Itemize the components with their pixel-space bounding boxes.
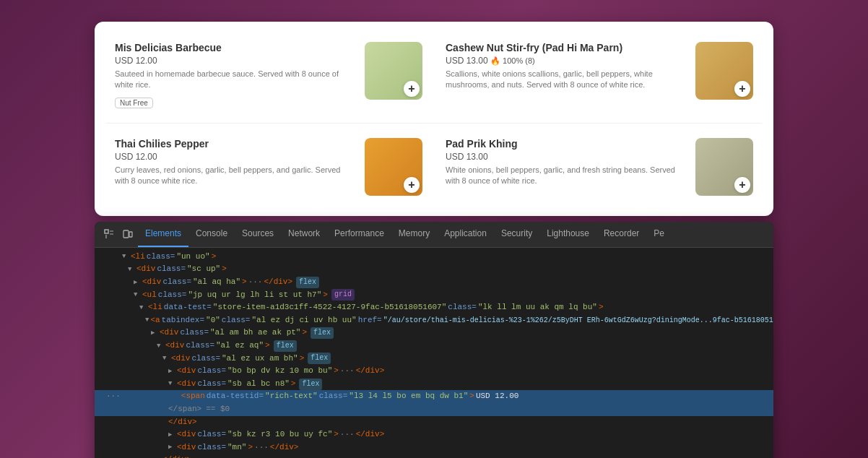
main-container: Mis Delicias Barbecue USD 12.00 Sauteed … <box>95 22 773 458</box>
code-line-3: ▶ <div class="al aq ha" > ··· </div> fle… <box>95 276 773 289</box>
add-button-bbq[interactable]: + <box>404 81 420 97</box>
item-image-cashew: + <box>695 42 753 100</box>
item-desc-chili: Curry leaves, red onions, garlic, bell p… <box>115 165 356 187</box>
tab-network[interactable]: Network <box>281 222 327 247</box>
tab-sources[interactable]: Sources <box>235 222 281 247</box>
tab-elements[interactable]: Elements <box>138 222 188 247</box>
code-line-12-selected: ··· <span data-testid="rich-text" class=… <box>95 390 773 403</box>
menu-item-bbq[interactable]: Mis Delicias Barbecue USD 12.00 Sauteed … <box>106 33 431 117</box>
code-line-9: ▼ <div class="al ez ux am bh" > flex <box>95 353 773 366</box>
code-line-16: ▶ <div class="mn" > ··· </div> <box>95 441 773 454</box>
inspect-element-icon[interactable] <box>100 225 118 243</box>
item-name-bbq: Mis Delicias Barbecue <box>115 42 356 53</box>
item-desc-cashew: Scallions, white onions scallions, garli… <box>446 69 687 91</box>
item-image-bbq: + <box>365 42 422 100</box>
tab-security[interactable]: Security <box>494 222 539 247</box>
code-line-13: </span> == $0 <box>95 403 773 416</box>
menu-grid: Mis Delicias Barbecue USD 12.00 Sauteed … <box>106 33 762 204</box>
item-desc-pad: White onions, bell peppers, garlic, and … <box>446 165 687 187</box>
menu-divider <box>106 123 762 124</box>
code-line-14: </div> <box>95 416 773 429</box>
menu-item-pad[interactable]: Pad Prik Khing USD 13.00 White onions, b… <box>437 129 762 204</box>
menu-item-info-pad: Pad Prik Khing USD 13.00 White onions, b… <box>446 138 687 191</box>
code-line-6: ▼ <a tabindex="0" class="al ez dj ci uv … <box>95 314 773 327</box>
devtools-panel: Elements Console Sources Network Perform… <box>95 222 773 458</box>
menu-item-cashew[interactable]: Cashew Nut Stir-fry (Pad Hi Ma Parn) USD… <box>437 33 762 117</box>
code-line-8: ▼ <div class="al ez aq" > flex <box>95 340 773 353</box>
item-image-chili: + <box>365 138 422 196</box>
code-line-17: </div> <box>95 454 773 458</box>
tab-memory[interactable]: Memory <box>391 222 437 247</box>
item-price-bbq: USD 12.00 <box>115 56 356 66</box>
code-line-10: ▶ <div class="bo bp dv kz 10 mo bu" > ··… <box>95 365 773 378</box>
device-mode-icon[interactable] <box>119 225 136 243</box>
tab-performance[interactable]: Performance <box>327 222 391 247</box>
code-line-7: ▶ <div class="al am bh ae ak pt" > flex <box>95 327 773 340</box>
add-button-chili[interactable]: + <box>404 177 420 193</box>
menu-item-info-chili: Thai Chilies Pepper USD 12.00 Curry leav… <box>115 138 356 191</box>
devtools-content: ▼ <li class="un uo" > ▼ <div class="sc u… <box>95 248 773 458</box>
svg-rect-2 <box>129 232 132 237</box>
tab-application[interactable]: Application <box>437 222 494 247</box>
code-line-4: ▼ <ul class="jp uq ur lg lh li st ut h7"… <box>95 289 773 302</box>
item-image-pad: + <box>695 138 753 196</box>
code-line-5: ▼ <li data-test="store-item-a1d3c1ff-452… <box>95 301 773 314</box>
add-button-cashew[interactable]: + <box>734 81 750 97</box>
menu-item-chili[interactable]: Thai Chilies Pepper USD 12.00 Curry leav… <box>106 129 431 204</box>
code-line-2: ▼ <div class="sc up" > <box>95 263 773 276</box>
menu-item-info-bbq: Mis Delicias Barbecue USD 12.00 Sauteed … <box>115 42 356 108</box>
item-name-cashew: Cashew Nut Stir-fry (Pad Hi Ma Parn) <box>446 42 687 53</box>
menu-card: Mis Delicias Barbecue USD 12.00 Sauteed … <box>95 22 773 216</box>
item-name-chili: Thai Chilies Pepper <box>115 138 356 150</box>
item-price-cashew: USD 13.00 🔥 100% (8) <box>446 56 687 66</box>
item-tag-bbq: Nut Free <box>115 98 153 108</box>
svg-rect-0 <box>105 230 108 233</box>
code-line-11: ▼ <div class="sb al bc n8" > flex <box>95 378 773 391</box>
devtools-toolbar: Elements Console Sources Network Perform… <box>95 222 773 248</box>
tab-recorder[interactable]: Recorder <box>596 222 646 247</box>
tab-lighthouse[interactable]: Lighthouse <box>539 222 596 247</box>
item-price-chili: USD 12.00 <box>115 152 356 162</box>
tab-pe[interactable]: Pe <box>646 222 672 247</box>
devtools-tabs: Elements Console Sources Network Perform… <box>138 222 672 247</box>
tab-console[interactable]: Console <box>188 222 235 247</box>
code-line-15: ▶ <div class="sb kz r3 10 bu uy fc" > ··… <box>95 428 773 441</box>
code-line-1: ▼ <li class="un uo" > <box>95 251 773 264</box>
menu-item-info-cashew: Cashew Nut Stir-fry (Pad Hi Ma Parn) USD… <box>446 42 687 95</box>
item-desc-bbq: Sauteed in homemade barbecue sauce. Serv… <box>115 69 356 91</box>
svg-rect-1 <box>123 230 129 238</box>
item-price-pad: USD 13.00 <box>446 152 687 162</box>
item-name-pad: Pad Prik Khing <box>446 138 687 150</box>
add-button-pad[interactable]: + <box>734 177 750 193</box>
